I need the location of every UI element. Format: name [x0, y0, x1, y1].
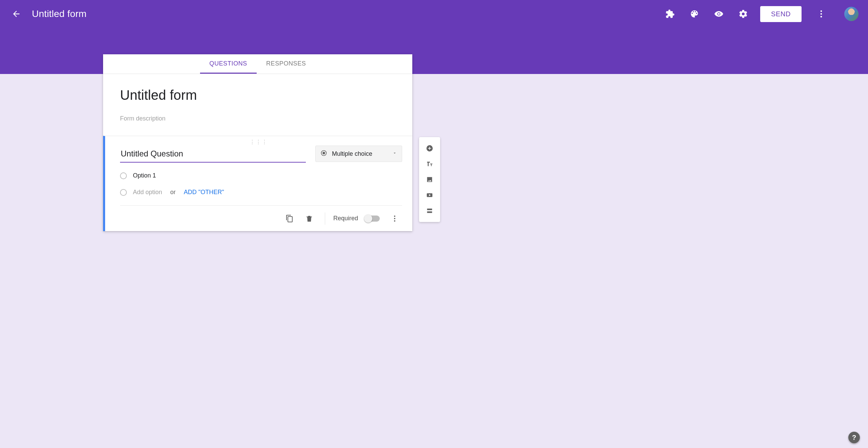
drag-handle-icon[interactable]: ⋮⋮⋮ — [250, 139, 268, 145]
settings-button[interactable] — [736, 6, 751, 21]
or-word: or — [170, 189, 176, 196]
question-type-select[interactable]: Multiple choice — [315, 146, 402, 162]
question-card: ⋮⋮⋮ Multiple choice Option 1 Add option — [103, 136, 412, 231]
header-left: Untitled form — [9, 7, 86, 21]
svg-rect-11 — [427, 211, 432, 213]
play-icon — [426, 191, 433, 199]
add-image-button[interactable] — [422, 172, 437, 187]
radio-icon — [120, 172, 127, 179]
copy-icon — [285, 214, 294, 223]
kebab-icon — [391, 214, 399, 223]
send-button[interactable]: SEND — [760, 6, 802, 22]
radio-icon — [120, 189, 127, 196]
title-icon — [426, 160, 433, 168]
add-question-button[interactable] — [422, 141, 437, 156]
addons-button[interactable] — [663, 6, 677, 21]
account-avatar[interactable] — [844, 7, 859, 21]
duplicate-button[interactable] — [282, 211, 297, 226]
required-toggle[interactable] — [365, 216, 380, 222]
form-editor-card: QUESTIONS RESPONSES Untitled form Form d… — [103, 54, 412, 231]
add-option-input[interactable]: Add option — [133, 189, 162, 196]
svg-point-1 — [821, 13, 822, 15]
question-footer: Required — [120, 205, 402, 231]
question-title-input[interactable] — [120, 146, 306, 163]
form-description-input[interactable]: Form description — [120, 115, 395, 122]
back-button[interactable] — [9, 7, 23, 21]
header-right: SEND — [663, 6, 859, 22]
form-title-input[interactable]: Untitled form — [120, 88, 395, 103]
palette-icon — [690, 9, 699, 19]
svg-point-5 — [394, 216, 395, 217]
option-label[interactable]: Option 1 — [133, 172, 156, 179]
add-video-button[interactable] — [422, 187, 437, 203]
help-button[interactable]: ? — [848, 432, 860, 443]
form-name[interactable]: Untitled form — [32, 8, 86, 19]
tabs: QUESTIONS RESPONSES — [103, 54, 412, 74]
gear-icon — [738, 9, 748, 19]
help-icon: ? — [852, 434, 856, 442]
add-option-row: Add option or ADD "OTHER" — [120, 189, 402, 196]
option-row: Option 1 — [120, 172, 402, 179]
question-header-row: Multiple choice — [120, 146, 402, 163]
options-list: Option 1 Add option or ADD "OTHER" — [120, 172, 402, 196]
more-button[interactable] — [814, 6, 829, 21]
svg-point-2 — [821, 16, 822, 18]
add-section-button[interactable] — [422, 203, 437, 219]
puzzle-icon — [665, 9, 675, 19]
question-type-label: Multiple choice — [332, 150, 372, 157]
svg-point-7 — [394, 220, 395, 222]
section-icon — [426, 207, 433, 214]
chevron-down-icon — [392, 151, 397, 157]
question-more-button[interactable] — [387, 211, 402, 226]
side-toolbar — [419, 137, 440, 222]
svg-rect-10 — [427, 209, 432, 210]
plus-circle-icon — [426, 145, 433, 152]
form-header-section: Untitled form Form description — [103, 74, 412, 136]
add-title-button[interactable] — [422, 156, 437, 172]
divider — [325, 212, 325, 225]
theme-button[interactable] — [687, 6, 702, 21]
arrow-left-icon — [12, 9, 21, 19]
preview-button[interactable] — [711, 6, 726, 21]
eye-icon — [714, 9, 724, 19]
svg-point-0 — [821, 11, 822, 12]
add-other-button[interactable]: ADD "OTHER" — [184, 189, 224, 196]
kebab-icon — [816, 9, 826, 19]
svg-point-6 — [394, 218, 395, 219]
image-icon — [426, 176, 433, 183]
required-label: Required — [333, 215, 358, 222]
radio-dot-icon — [320, 150, 327, 158]
delete-button[interactable] — [302, 211, 317, 226]
app-header: Untitled form SEND — [0, 0, 868, 28]
trash-icon — [305, 214, 313, 223]
tab-questions[interactable]: QUESTIONS — [200, 54, 257, 74]
tab-responses[interactable]: RESPONSES — [257, 54, 315, 74]
svg-point-4 — [322, 152, 325, 154]
